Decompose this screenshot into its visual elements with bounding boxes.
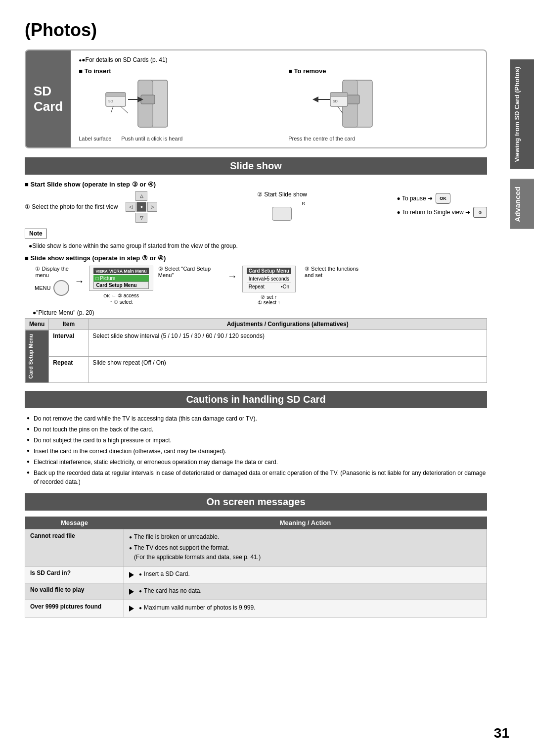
caution-item-2: Do not subject the card to a high pressu… [27, 436, 487, 445]
sd-remove-caption: Press the centre of the card [288, 136, 478, 142]
svg-text:SD: SD [333, 99, 338, 103]
svg-rect-2 [141, 95, 155, 104]
menu-label: MENU [35, 285, 50, 291]
svg-line-16 [338, 106, 343, 113]
settings-step3-label: ③ Select the functions and set [305, 266, 369, 278]
settings-diagram-row: ① Display the menu MENU → VIERA VIERA Ma… [35, 266, 487, 305]
slide-show-section: Slide show ■ Start Slide show (operate i… [25, 157, 487, 383]
step2-button: R [257, 201, 307, 221]
main-menu-block: VIERA VIERA Main Menu □ Picture Card Set… [89, 266, 153, 305]
th-meaning: Meaning / Action [124, 517, 487, 529]
access-label-row: OK ← ② access [103, 293, 139, 298]
settings-title: ■ Slide show settings (operate in step ③… [25, 254, 487, 262]
cautions-header: Cautions in handling SD Card [25, 391, 487, 408]
page-number: 31 [494, 725, 509, 741]
caution-item-0: Do not remove the card while the TV is a… [27, 414, 487, 423]
messages-header-row: Message Meaning / Action [25, 517, 487, 529]
r-label: R [302, 201, 306, 206]
sd-remove-svg: SD [288, 78, 387, 132]
svg-text:SD: SD [108, 99, 113, 103]
msg-detail-2: The card has no data. [124, 583, 487, 600]
dpad-left: ◁ [126, 202, 135, 212]
tri-arrow-2 [129, 589, 134, 595]
dpad-right: ▷ [147, 202, 157, 212]
g-button: G [473, 207, 487, 218]
picture-menu-ref: ●"Picture Menu" (p. 20) [33, 309, 487, 316]
settings-step1-block: ① Display the menu MENU [35, 266, 69, 296]
sd-insert-svg: SD [79, 78, 178, 132]
slide-right-info: ● To pause ➜ OK ● To return to Single vi… [397, 193, 487, 218]
msg-detail-1-row: Insert a SD Card. [129, 569, 482, 580]
g-label: G [479, 210, 482, 215]
page-title: (Photos) [25, 20, 487, 41]
note-box: Note [25, 229, 47, 238]
note-text: ●Slide show is done within the same grou… [29, 242, 487, 249]
msg-detail-2-0: The card has no data. [139, 586, 202, 596]
messages-header: On screen messages [25, 493, 487, 511]
sd-insert-title: ■ To insert [79, 67, 268, 75]
msg-detail-1: Insert a SD Card. [124, 567, 487, 583]
caution-list: Do not remove the card while the TV is a… [27, 414, 487, 486]
svg-line-8 [121, 106, 128, 113]
sd-details-ref: ●●For details on SD Cards (p. 41) [79, 56, 478, 63]
sd-insert-caption: Label surface Push until a click is hear… [79, 136, 268, 142]
card-setup-item: Card Setup Menu [93, 282, 148, 289]
sd-card-content: ●●For details on SD Cards (p. 41) ■ To i… [71, 50, 486, 147]
sd-insert-diagram: ■ To insert SD [79, 67, 268, 142]
return-info: ● To return to Single view ➜ G [397, 207, 487, 218]
pause-info: ● To pause ➜ OK [397, 193, 487, 204]
caution-item-5: Back up the recorded data at regular int… [27, 469, 487, 486]
step1-label: ① Select the photo for the first view [25, 203, 118, 210]
msg-label-3: Over 9999 pictures found [25, 600, 124, 617]
select-label: ↑ ① select [110, 299, 133, 305]
sd-remove-diagram: ■ To remove SD [288, 67, 478, 142]
th-menu: Menu [25, 319, 49, 330]
svg-line-7 [111, 106, 113, 113]
right-sidebar: Viewing from SD Card (Photos) Advanced [510, 59, 534, 229]
msg-detail-1-0: Insert a SD Card. [139, 569, 190, 579]
th-adjust: Adjustments / Configurations (alternativ… [89, 319, 487, 330]
sidebar-tab-viewing: Viewing from SD Card (Photos) [510, 59, 534, 169]
r-button [272, 207, 292, 221]
caution-item-4: Electrical interference, static electric… [27, 458, 487, 467]
settings-step2-block: ② Select "Card Setup Menu" [158, 266, 222, 280]
sd-diagrams: ■ To insert SD [79, 67, 478, 142]
main-menu-title: VIERA VIERA Main Menu [93, 268, 148, 274]
repeat-item: Repeat [49, 356, 89, 383]
messages-section: On screen messages Message Meaning / Act… [25, 493, 487, 617]
settings-step2-label: ② Select "Card Setup Menu" [158, 266, 222, 278]
dpad-up: △ [135, 191, 147, 201]
sd-card-section: SD Card ●●For details on SD Cards (p. 41… [25, 49, 487, 148]
set-label-row: ② set ↑ [261, 294, 277, 300]
settings-table-header: Menu Item Adjustments / Configurations (… [25, 319, 487, 330]
dpad-container: △ ◁ ● ▷ ▽ [126, 191, 157, 223]
dpad-middle: ◁ ● ▷ [126, 202, 157, 212]
interval-desc: Select slide show interval (5 / 10 / 15 … [89, 330, 487, 357]
settings-step3-block: ③ Select the functions and set [305, 266, 369, 278]
cautions-section: Cautions in handling SD Card Do not remo… [25, 391, 487, 486]
settings-step1-label: ① Display the menu [35, 266, 68, 278]
caution-item-3: Insert the card in the correct direction… [27, 447, 487, 456]
svg-rect-4 [106, 93, 126, 96]
msg-row-3: Over 9999 pictures found Maximum valid n… [25, 600, 487, 617]
slide-left: ① Select the photo for the first view △ … [25, 191, 157, 223]
dpad-ok: ● [136, 202, 146, 212]
repeat-desc: Slide show repeat (Off / On) [89, 356, 487, 383]
caution-item-1: Do not touch the pins on the back of the… [27, 425, 487, 434]
ok-button: OK [436, 193, 450, 204]
card-repeat-row: Repeat •On [247, 283, 291, 290]
r-button-container: R [257, 201, 307, 221]
msg-detail-3-0: Maximum valid number of photos is 9,999. [139, 603, 256, 613]
slide-steps-row: ① Select the photo for the first view △ … [25, 191, 487, 223]
arrow2: → [227, 271, 237, 282]
msg-label-2: No valid file to play [25, 583, 124, 600]
select-label2: ① select ↑ [258, 300, 280, 305]
sd-card-label: SD Card [26, 50, 71, 147]
card-setup-box: Card Setup Menu Interval •5 seconds Repe… [242, 266, 296, 292]
menu-col-label: Card Setup Menu [25, 330, 49, 383]
msg-detail-0-1: The TV does not support the format.(For … [129, 543, 482, 562]
card-setup-title: Card Setup Menu [247, 268, 291, 274]
arrow1: → [74, 276, 84, 287]
messages-table: Message Meaning / Action Cannot read fil… [25, 517, 487, 617]
msg-detail-2-row: The card has no data. [129, 586, 482, 597]
